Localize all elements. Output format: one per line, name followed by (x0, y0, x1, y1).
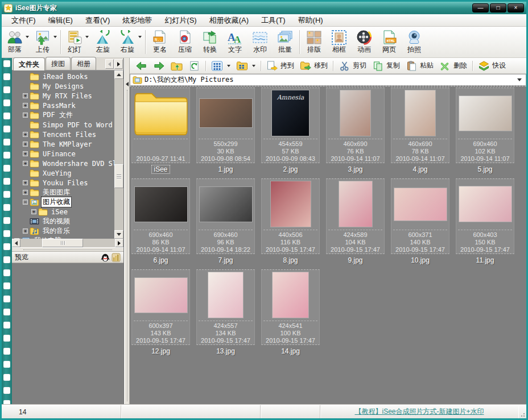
upload-button[interactable]: 上传 (31, 28, 59, 56)
expander-plus-icon[interactable]: + (23, 93, 28, 98)
convert-button[interactable]: 转换 (197, 28, 222, 56)
grid-item-image[interactable]: 424x589104 KB2010-09-15 17:479.jpg (326, 178, 385, 264)
watermark-button[interactable]: 水印 (248, 28, 273, 56)
tree-item-my-designs[interactable]: My Designs (12, 81, 114, 91)
expander-plus-icon[interactable]: + (31, 209, 36, 214)
menu-item-file[interactable]: 文件(F) (5, 14, 42, 27)
tree-item-wondershare-dvd[interactable]: +Wondershare DVD Sl (12, 159, 114, 168)
slideshow-dropdown-caret[interactable] (85, 36, 89, 38)
maximize-button[interactable]: □ (490, 3, 506, 13)
menu-item-slideshow[interactable]: 幻灯片(S) (158, 14, 203, 27)
delete-button[interactable]: 删除 (436, 60, 470, 72)
expander-plus-icon[interactable]: + (23, 132, 28, 137)
tab-scroll-right-button[interactable] (114, 59, 123, 69)
tree-item-my-videos[interactable]: 我的视频 (12, 217, 114, 226)
menu-item-view[interactable]: 查看(V) (79, 14, 116, 27)
animation-button[interactable]: 动画 (352, 28, 377, 56)
tab-search[interactable]: 搜图 (46, 57, 71, 70)
rotate-left-button[interactable]: 左旋 (90, 28, 116, 56)
tree-item-ufinance[interactable]: +UFinance (12, 149, 114, 159)
tribe-dropdown-caret[interactable] (26, 36, 29, 38)
tree-item-passmark[interactable]: +PassMark (12, 101, 114, 110)
menu-item-help[interactable]: 帮助(H) (292, 14, 329, 27)
grid-item-image[interactable]: 424x541100 KB2010-09-15 17:4714.jpg (261, 269, 320, 355)
expander-plus-icon[interactable]: + (23, 113, 28, 118)
batch-button[interactable]: 批量 (273, 28, 298, 56)
slideshow-button[interactable]: 幻灯 (63, 28, 90, 56)
tree-horizontal-scrollbar[interactable] (12, 239, 123, 247)
grid-item-image[interactable]: 600x397143 KB2010-09-15 17:4712.jpg (131, 269, 190, 355)
grid-item-image[interactable]: 440x506116 KB2010-09-15 17:478.jpg (261, 178, 320, 264)
expander-plus-icon[interactable]: + (23, 161, 28, 166)
move-to-button[interactable]: 移到 (297, 60, 331, 72)
layout-button[interactable]: 排版 (302, 28, 327, 56)
compress-button[interactable]: 压缩 (172, 28, 197, 56)
rename-button[interactable]: N..更名 (147, 28, 172, 56)
expander-plus-icon[interactable]: + (23, 142, 28, 147)
grid-item-image[interactable]: 460x69078 KB2010-09-14 11:074.jpg (391, 88, 449, 173)
minimize-button[interactable]: — (472, 3, 489, 13)
qq-penguin-icon[interactable] (101, 253, 110, 262)
grid-item-folder[interactable]: 2010-09-27 11:41iSee (131, 88, 190, 173)
address-dropdown-caret[interactable] (517, 78, 522, 81)
rotate-right-button[interactable]: 右旋 (116, 28, 143, 56)
resize-grip[interactable] (518, 405, 526, 418)
scroll-up-button[interactable] (114, 70, 123, 79)
menu-item-edit[interactable]: 编辑(E) (42, 14, 79, 27)
grid-item-image[interactable]: 600x403150 KB2010-09-15 17:4711.jpg (456, 178, 514, 264)
expander-plus-icon[interactable]: + (23, 151, 28, 156)
paste-button[interactable]: 粘贴 (403, 60, 436, 72)
panel-splitter-horizontal[interactable] (12, 247, 123, 252)
menu-item-album-collection[interactable]: 相册收藏(A) (203, 14, 255, 27)
grid-item-image[interactable]: 550x29930 KB2010-09-08 08:541.jpg (196, 88, 255, 173)
grid-item-image[interactable]: 690x460102 KB2010-09-14 11:075.jpg (456, 88, 514, 173)
expander-plus-icon[interactable]: + (23, 103, 28, 108)
tree-item-my-rtx-files[interactable]: +My RTX Files (12, 91, 114, 101)
menu-item-dazzle-zone[interactable]: 炫彩地带 (116, 14, 158, 27)
close-button[interactable]: × (508, 3, 524, 13)
tree-item-simpo-pdf-to-word[interactable]: Simpo PDF to Word (12, 120, 114, 130)
view-thumbnails-button[interactable] (208, 60, 233, 72)
tree-item-the-kmplayer[interactable]: +The KMPlayer (12, 139, 114, 149)
gold-chart-icon[interactable] (112, 253, 121, 262)
expander-plus-icon[interactable]: + (23, 190, 28, 195)
tree-item-xueying[interactable]: XueYing (12, 168, 114, 178)
horizontal-scroll-thumb[interactable] (42, 239, 83, 247)
rotate-right-dropdown-caret[interactable] (138, 36, 142, 38)
copy-to-button[interactable]: 拷到 (263, 60, 297, 72)
vertical-scroll-thumb[interactable] (114, 164, 123, 188)
tab-album[interactable]: 相册 (71, 57, 96, 70)
refresh-button[interactable] (185, 60, 203, 72)
tree-item-my-music[interactable]: +我的音乐 (12, 226, 114, 236)
tree-vertical-scrollbar[interactable] (114, 70, 123, 239)
copy-button[interactable]: 复制 (369, 60, 403, 72)
tree-item-picture-collection[interactable]: −图片收藏 (12, 197, 114, 207)
frame-button[interactable]: 相框 (327, 28, 352, 56)
tree-item-my-computer[interactable]: +我的电脑 (12, 236, 114, 239)
expander-plus-icon[interactable]: + (23, 228, 28, 234)
view-thumbnails-dropdown-caret[interactable] (227, 65, 230, 67)
expander-plus-icon[interactable]: + (23, 180, 28, 185)
tree-item-pdf-files[interactable]: +PDF 文件 (12, 110, 114, 120)
cut-button[interactable]: 剪切 (336, 60, 369, 72)
panel-splitter-vertical[interactable] (124, 58, 130, 405)
grid-item-image[interactable]: 690x46086 KB2010-09-14 11:076.jpg (131, 178, 190, 264)
tree-item-iread-books[interactable]: iRead Books (12, 72, 114, 81)
up-button[interactable] (168, 60, 185, 72)
grid-item-image[interactable]: Amnesia454x55957 KB2010-09-09 08:432.jpg (261, 88, 320, 173)
camera-button[interactable]: 拍照 (402, 28, 427, 56)
title-bar[interactable]: iSee图片专家 —□× (2, 2, 526, 14)
forward-button[interactable] (150, 60, 168, 72)
scroll-right-button[interactable] (115, 239, 123, 247)
text-button[interactable]: AA文字 (222, 28, 248, 56)
expander-plus-icon[interactable]: + (14, 238, 19, 239)
expander-minus-icon[interactable]: − (23, 199, 28, 205)
scroll-left-button[interactable] (12, 239, 20, 247)
tab-folders[interactable]: 文件夹 (13, 57, 45, 70)
tree-item-youku-files[interactable]: +Youku Files (12, 178, 114, 188)
view-folders-dropdown-caret[interactable] (252, 65, 255, 67)
grid-item-image[interactable]: 460x69076 KB2010-09-14 11:073.jpg (326, 88, 385, 173)
tree-item-isee[interactable]: +iSee (12, 207, 114, 217)
grid-item-image[interactable]: 690x46096 KB2010-09-14 18:227.jpg (196, 178, 255, 264)
quick-settings-button[interactable]: 快设 (475, 60, 509, 72)
